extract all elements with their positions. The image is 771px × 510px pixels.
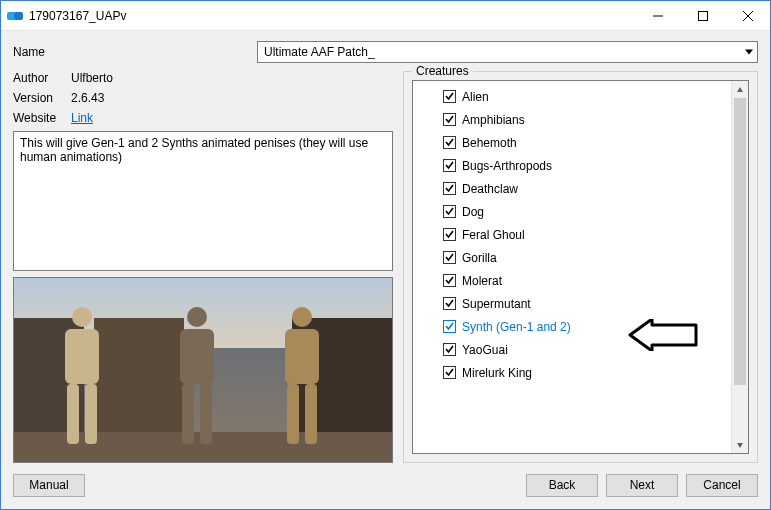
creature-label: Supermutant bbox=[462, 297, 531, 311]
creature-item[interactable]: Feral Ghoul bbox=[443, 223, 731, 246]
website-link[interactable]: Link bbox=[71, 111, 93, 125]
next-button[interactable]: Next bbox=[606, 474, 678, 497]
checkbox[interactable] bbox=[443, 182, 456, 195]
creature-item[interactable]: Supermutant bbox=[443, 292, 731, 315]
author-label: Author bbox=[13, 71, 71, 85]
creature-label: Amphibians bbox=[462, 113, 525, 127]
minimize-button[interactable] bbox=[635, 1, 680, 30]
creature-item[interactable]: Molerat bbox=[443, 269, 731, 292]
name-label: Name bbox=[13, 45, 71, 59]
checkbox[interactable] bbox=[443, 90, 456, 103]
website-label: Website bbox=[13, 111, 71, 125]
checkbox[interactable] bbox=[443, 297, 456, 310]
scroll-up-button[interactable] bbox=[732, 81, 748, 98]
author-value: Ulfberto bbox=[71, 71, 393, 85]
window-frame: 179073167_UAPv Name Author Ulfberto Vers… bbox=[0, 0, 771, 510]
creature-item[interactable]: YaoGuai bbox=[443, 338, 731, 361]
creature-label: Deathclaw bbox=[462, 182, 518, 196]
app-icon bbox=[1, 10, 29, 22]
window-title: 179073167_UAPv bbox=[29, 9, 635, 23]
scroll-track[interactable] bbox=[732, 98, 748, 436]
cancel-button[interactable]: Cancel bbox=[686, 474, 758, 497]
maximize-button[interactable] bbox=[680, 1, 725, 30]
checkbox[interactable] bbox=[443, 343, 456, 356]
creature-label: Gorilla bbox=[462, 251, 497, 265]
checkbox[interactable] bbox=[443, 366, 456, 379]
creature-item[interactable]: Gorilla bbox=[443, 246, 731, 269]
svg-marker-7 bbox=[737, 443, 743, 448]
scroll-thumb[interactable] bbox=[734, 98, 746, 385]
creature-label: Mirelurk King bbox=[462, 366, 532, 380]
creature-label: YaoGuai bbox=[462, 343, 508, 357]
close-button[interactable] bbox=[725, 1, 770, 30]
checkbox[interactable] bbox=[443, 136, 456, 149]
creature-label: Dog bbox=[462, 205, 484, 219]
content-area: Name Author Ulfberto Version 2.6.43 Webs… bbox=[1, 31, 770, 509]
svg-rect-3 bbox=[698, 11, 707, 20]
creature-item[interactable]: Amphibians bbox=[443, 108, 731, 131]
svg-rect-1 bbox=[14, 12, 23, 20]
creature-label: Molerat bbox=[462, 274, 502, 288]
titlebar[interactable]: 179073167_UAPv bbox=[1, 1, 770, 31]
checkbox[interactable] bbox=[443, 228, 456, 241]
creatures-label: Creatures bbox=[412, 64, 473, 78]
checkbox[interactable] bbox=[443, 320, 456, 333]
scrollbar[interactable] bbox=[731, 81, 748, 453]
checkbox[interactable] bbox=[443, 274, 456, 287]
creature-label: Alien bbox=[462, 90, 489, 104]
creature-item[interactable]: Bugs-Arthropods bbox=[443, 154, 731, 177]
creature-item[interactable]: Behemoth bbox=[443, 131, 731, 154]
preview-image bbox=[13, 277, 393, 463]
creature-label: Behemoth bbox=[462, 136, 517, 150]
creature-label: Bugs-Arthropods bbox=[462, 159, 552, 173]
checkbox[interactable] bbox=[443, 205, 456, 218]
creature-item[interactable]: Mirelurk King bbox=[443, 361, 731, 384]
chevron-down-icon bbox=[745, 50, 753, 55]
creature-label: Feral Ghoul bbox=[462, 228, 525, 242]
scroll-down-button[interactable] bbox=[732, 436, 748, 453]
creature-item[interactable]: Alien bbox=[443, 85, 731, 108]
creature-item[interactable]: Deathclaw bbox=[443, 177, 731, 200]
creature-item[interactable]: Dog bbox=[443, 200, 731, 223]
name-input[interactable] bbox=[262, 44, 753, 60]
checkbox[interactable] bbox=[443, 251, 456, 264]
back-button[interactable]: Back bbox=[526, 474, 598, 497]
creature-item[interactable]: Synth (Gen-1 and 2) bbox=[443, 315, 731, 338]
description-box[interactable]: This will give Gen-1 and 2 Synths animat… bbox=[13, 131, 393, 271]
name-dropdown[interactable] bbox=[257, 41, 758, 63]
creature-list[interactable]: AlienAmphibiansBehemothBugs-ArthropodsDe… bbox=[413, 81, 731, 453]
svg-marker-6 bbox=[737, 87, 743, 92]
manual-button[interactable]: Manual bbox=[13, 474, 85, 497]
version-value: 2.6.43 bbox=[71, 91, 393, 105]
checkbox[interactable] bbox=[443, 113, 456, 126]
version-label: Version bbox=[13, 91, 71, 105]
creature-label: Synth (Gen-1 and 2) bbox=[462, 320, 571, 334]
checkbox[interactable] bbox=[443, 159, 456, 172]
creatures-fieldset: Creatures AlienAmphibiansBehemothBugs-Ar… bbox=[403, 71, 758, 463]
